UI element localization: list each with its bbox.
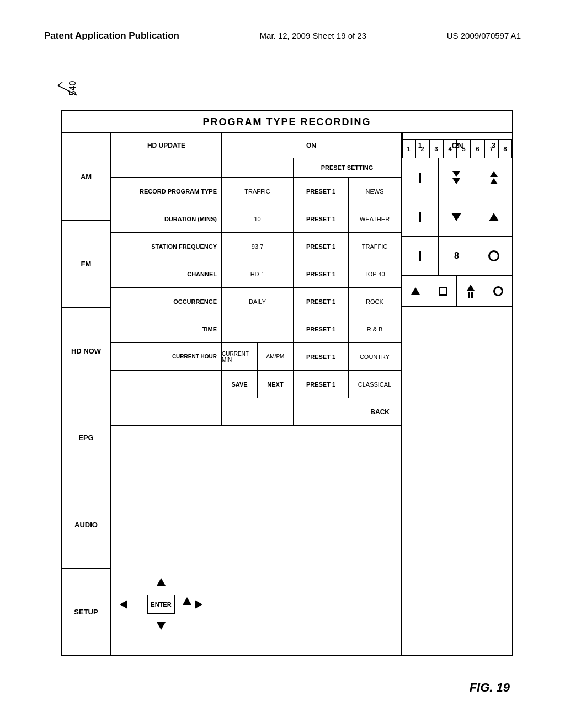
num-top-3: 3 bbox=[429, 139, 443, 158]
cell-2[interactable] bbox=[439, 158, 476, 197]
value-hd1: HD-1 bbox=[222, 260, 294, 287]
outer-box: PROGRAM TYPE RECORDING AM FM HD NOW EPG … bbox=[61, 110, 513, 656]
genre-top40: TOP 40 bbox=[349, 260, 401, 287]
row-record-program-type: RECORD PROGRAM TYPE TRAFFIC PRESET 1 NEW… bbox=[111, 178, 401, 205]
ref-number: 540 bbox=[52, 80, 81, 97]
svg-line-1 bbox=[58, 82, 62, 85]
value-on: ON bbox=[222, 133, 401, 158]
row-current-hour: CURRENT HOUR CURRENT MIN AM/PM PRESET 1 … bbox=[111, 343, 401, 371]
value-daily: DAILY bbox=[222, 288, 294, 315]
cell-3[interactable] bbox=[475, 158, 512, 197]
preset-1-rb: PRESET 1 bbox=[294, 315, 349, 342]
preset-1-top40: PRESET 1 bbox=[294, 260, 349, 287]
up-arrow[interactable] bbox=[157, 578, 166, 588]
num-top-7: 7 bbox=[484, 139, 498, 158]
cell-5[interactable] bbox=[439, 197, 476, 236]
row-duration: DURATION (MINS) 10 PRESET 1 WEATHER bbox=[111, 205, 401, 233]
label-ampm: AM/PM bbox=[258, 343, 294, 370]
left-arrow[interactable] bbox=[120, 600, 127, 611]
ref-540-label: 540 bbox=[68, 81, 78, 96]
value-937: 93.7 bbox=[222, 233, 294, 260]
right-arrow[interactable] bbox=[195, 600, 202, 611]
title-bar: PROGRAM TYPE RECORDING bbox=[62, 111, 512, 133]
row-setup-save: SAVE NEXT PRESET 1 CLASSICAL bbox=[111, 371, 401, 398]
genre-rb: R & B bbox=[349, 315, 401, 342]
secondary-up-arrow[interactable] bbox=[183, 597, 191, 605]
value-traffic: TRAFFIC bbox=[222, 178, 294, 205]
cell-icon-d[interactable] bbox=[484, 276, 512, 306]
num-top-6: 6 bbox=[471, 139, 484, 158]
num-top-4: 4 bbox=[443, 139, 457, 158]
genre-classical: CLASSICAL bbox=[349, 371, 401, 398]
cell-1[interactable] bbox=[402, 158, 439, 197]
main-content-area: HD UPDATE ON PRESET SETTING RECORD PROGR… bbox=[111, 133, 402, 655]
enter-button[interactable]: ENTER bbox=[147, 595, 175, 614]
arrow-nav: ENTER bbox=[117, 578, 205, 650]
row-time: TIME PRESET 1 R & B bbox=[111, 315, 401, 343]
figure-label: FIG. 19 bbox=[470, 681, 510, 695]
sidebar-btn-epg[interactable]: EPG bbox=[62, 394, 110, 481]
preset-1-rock: PRESET 1 bbox=[294, 288, 349, 315]
patent-publication-label: Patent Application Publication bbox=[44, 30, 179, 41]
cell-icon-b[interactable] bbox=[429, 276, 457, 306]
cell-4[interactable] bbox=[402, 197, 439, 236]
preset-1-classical: PRESET 1 bbox=[294, 371, 349, 398]
genre-country: COUNTRY bbox=[349, 343, 401, 370]
preset-1-news: PRESET 1 bbox=[294, 178, 349, 205]
sidebar-btn-hdnow[interactable]: HD NOW bbox=[62, 308, 110, 395]
num-top-5: 5 bbox=[457, 139, 471, 158]
label-time: TIME bbox=[111, 315, 222, 342]
next-button[interactable]: NEXT bbox=[258, 371, 294, 398]
label-station-frequency: STATION FREQUENCY bbox=[111, 233, 222, 260]
preset-setting-header: PRESET SETTING bbox=[111, 158, 401, 178]
back-button[interactable]: BACK bbox=[294, 398, 401, 425]
genre-news: NEWS bbox=[349, 178, 401, 205]
header: Patent Application Publication Mar. 12, … bbox=[44, 30, 521, 41]
sidebar-btn-am[interactable]: AM bbox=[62, 133, 110, 221]
row-occurrence: OCCURRENCE DAILY PRESET 1 ROCK bbox=[111, 288, 401, 315]
num-top-1: 1 bbox=[402, 139, 415, 158]
page: Patent Application Publication Mar. 12, … bbox=[0, 0, 565, 728]
row-channel: CHANNEL HD-1 PRESET 1 TOP 40 bbox=[111, 260, 401, 288]
num-top-2: 2 bbox=[415, 139, 429, 158]
diagram-container: 540 PROGRAM TYPE RECORDING AM FM HD NOW bbox=[44, 77, 519, 673]
preset-1-traffic: PRESET 1 bbox=[294, 233, 349, 260]
num-top-8: 8 bbox=[498, 139, 512, 158]
preset-setting-label: PRESET SETTING bbox=[294, 158, 401, 177]
sidebar-btn-audio[interactable]: AUDIO bbox=[62, 481, 110, 569]
preset-1-weather: PRESET 1 bbox=[294, 205, 349, 232]
label-current-min: CURRENT MIN bbox=[222, 343, 258, 370]
save-button[interactable]: SAVE bbox=[222, 371, 258, 398]
cell-7[interactable] bbox=[402, 237, 439, 275]
label-hd-update: HD UPDATE bbox=[111, 133, 222, 158]
down-arrow[interactable] bbox=[157, 622, 166, 632]
label-channel: CHANNEL bbox=[111, 260, 222, 287]
right-panel: 8 bbox=[402, 158, 512, 655]
row-station-frequency: STATION FREQUENCY 93.7 PRESET 1 TRAFFIC bbox=[111, 233, 401, 260]
number-labels-top: 1 2 3 4 5 6 7 8 bbox=[402, 139, 512, 158]
cell-8[interactable]: 8 bbox=[439, 237, 476, 275]
patent-number: US 2009/070597 A1 bbox=[447, 31, 521, 40]
genre-weather: WEATHER bbox=[349, 205, 401, 232]
sidebar-btn-setup[interactable]: SETUP bbox=[62, 569, 110, 655]
label-occurrence: OCCURRENCE bbox=[111, 288, 222, 315]
left-sidebar: AM FM HD NOW EPG AUDIO SETUP bbox=[62, 133, 111, 655]
row-back: BACK bbox=[111, 398, 401, 426]
row-hd-update: HD UPDATE ON bbox=[111, 133, 401, 158]
label-current-hour: CURRENT HOUR bbox=[111, 343, 222, 370]
cell-icon-a[interactable] bbox=[402, 276, 429, 306]
genre-rock: ROCK bbox=[349, 288, 401, 315]
diagram-title: PROGRAM TYPE RECORDING bbox=[202, 116, 371, 128]
cell-icon-c[interactable] bbox=[457, 276, 484, 306]
value-10: 10 bbox=[222, 205, 294, 232]
preset-1-country: PRESET 1 bbox=[294, 343, 349, 370]
label-duration: DURATION (MINS) bbox=[111, 205, 222, 232]
cell-6[interactable] bbox=[475, 197, 512, 236]
label-record-program-type: RECORD PROGRAM TYPE bbox=[111, 178, 222, 205]
cell-9[interactable] bbox=[475, 237, 512, 275]
genre-traffic: TRAFFIC bbox=[349, 233, 401, 260]
sheet-info: Mar. 12, 2009 Sheet 19 of 23 bbox=[260, 31, 366, 40]
sidebar-btn-fm[interactable]: FM bbox=[62, 221, 110, 308]
